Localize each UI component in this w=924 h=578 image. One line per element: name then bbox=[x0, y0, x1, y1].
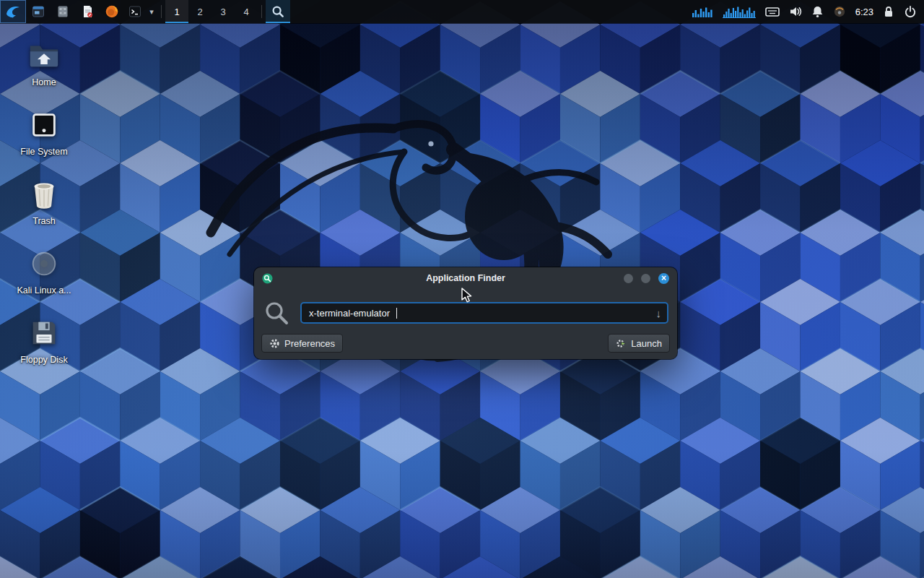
network-graph-icon bbox=[692, 5, 713, 18]
workspace-1[interactable]: 1 bbox=[165, 0, 188, 23]
lock-icon bbox=[883, 5, 894, 18]
cpu-monitor-graph[interactable] bbox=[723, 0, 756, 23]
launch-button[interactable]: Launch bbox=[608, 334, 670, 353]
launch-button-label: Launch bbox=[631, 338, 662, 349]
preferences-button-label: Preferences bbox=[284, 338, 335, 349]
applications-menu-button[interactable] bbox=[0, 0, 26, 23]
desktop-icon-label: Kali Linux a... bbox=[17, 285, 71, 296]
launcher-window[interactable] bbox=[26, 0, 51, 23]
launcher-text-editor[interactable] bbox=[75, 0, 100, 23]
launcher-file-manager[interactable] bbox=[51, 0, 75, 23]
kali-desktop: ▾ 1 2 3 4 bbox=[0, 0, 924, 578]
clock[interactable]: 6:23 bbox=[855, 0, 873, 23]
desktop-icon-label: Floppy Disk bbox=[20, 355, 67, 365]
window-launcher-icon bbox=[31, 4, 45, 19]
desktop-icon-home[interactable]: Home bbox=[10, 39, 78, 87]
power-icon bbox=[904, 5, 917, 18]
workspace-4[interactable]: 4 bbox=[235, 0, 258, 23]
status-circle-icon bbox=[833, 5, 846, 18]
bell-icon bbox=[811, 5, 824, 18]
window-titlebar[interactable]: Application Finder × bbox=[254, 267, 677, 289]
application-finder-window: Application Finder × x-terminal-emulator… bbox=[254, 267, 677, 359]
window-title: Application Finder bbox=[254, 273, 677, 283]
desktop-icon-column: Home File System Trash bbox=[10, 39, 78, 365]
maximize-button[interactable] bbox=[641, 274, 650, 283]
file-manager-launcher-icon bbox=[56, 4, 70, 19]
document-launcher-icon bbox=[80, 4, 95, 19]
desktop-icon-label: Trash bbox=[32, 216, 56, 226]
desktop-icon-kali-volume[interactable]: Kali Linux a... bbox=[10, 247, 78, 296]
input-dropdown-arrow[interactable]: ↓ bbox=[656, 308, 662, 319]
notifications-tray[interactable] bbox=[811, 0, 824, 23]
chevron-down-icon: ▾ bbox=[149, 7, 154, 17]
workspace-4-label: 4 bbox=[243, 7, 248, 17]
preferences-button[interactable]: Preferences bbox=[261, 334, 343, 353]
desktop-icon-label: File System bbox=[20, 147, 67, 157]
workspace-3-label: 3 bbox=[220, 7, 225, 17]
volume-icon bbox=[789, 5, 802, 18]
launcher-firefox[interactable] bbox=[100, 0, 124, 23]
workspace-1-label: 1 bbox=[174, 7, 179, 17]
app-finder-window-icon bbox=[262, 273, 273, 284]
desktop-icon-floppy-disk[interactable]: Floppy Disk bbox=[10, 316, 78, 365]
keyboard-icon bbox=[765, 5, 780, 18]
terminal-launcher-icon bbox=[128, 4, 142, 19]
gear-icon bbox=[269, 338, 280, 349]
launch-icon bbox=[616, 338, 627, 349]
minimize-button[interactable] bbox=[624, 274, 633, 283]
kali-menu-icon bbox=[5, 4, 21, 20]
system-tray: 6:23 bbox=[692, 0, 924, 23]
workspace-3[interactable]: 3 bbox=[212, 0, 235, 23]
file-system-icon bbox=[27, 108, 61, 142]
panel-separator bbox=[261, 5, 262, 18]
search-input-value: x-terminal-emulator bbox=[309, 308, 390, 319]
panel-separator bbox=[161, 5, 162, 18]
network-monitor-graph[interactable] bbox=[692, 0, 713, 23]
workspace-2-label: 2 bbox=[197, 7, 202, 17]
floppy-disk-icon bbox=[27, 316, 61, 350]
display-settings-tray[interactable] bbox=[765, 0, 780, 23]
cpu-graph-icon bbox=[723, 5, 756, 18]
status-indicator-tray[interactable] bbox=[833, 0, 846, 23]
search-icon bbox=[271, 5, 284, 18]
search-input[interactable]: x-terminal-emulator ↓ bbox=[300, 302, 668, 324]
desktop-icon-file-system[interactable]: File System bbox=[10, 108, 78, 157]
taskbar-application-finder[interactable] bbox=[266, 0, 290, 23]
trash-icon bbox=[27, 178, 61, 211]
search-icon-large bbox=[264, 301, 290, 325]
terminal-dropdown-chevron[interactable]: ▾ bbox=[146, 0, 157, 23]
clock-label: 6:23 bbox=[855, 7, 873, 17]
disc-icon bbox=[27, 247, 61, 280]
text-caret bbox=[396, 308, 397, 319]
desktop-icon-label: Home bbox=[32, 77, 56, 87]
firefox-launcher-icon bbox=[105, 4, 119, 19]
desktop-icon-trash[interactable]: Trash bbox=[10, 178, 78, 226]
volume-tray[interactable] bbox=[789, 0, 802, 23]
home-icon bbox=[27, 39, 61, 72]
power-tray[interactable] bbox=[904, 0, 917, 23]
close-button[interactable]: × bbox=[658, 273, 669, 284]
workspace-2[interactable]: 2 bbox=[188, 0, 212, 23]
launcher-terminal[interactable] bbox=[124, 0, 146, 23]
top-panel: ▾ 1 2 3 4 bbox=[0, 0, 924, 23]
close-icon: × bbox=[661, 274, 666, 282]
screen-lock-tray[interactable] bbox=[883, 0, 894, 23]
